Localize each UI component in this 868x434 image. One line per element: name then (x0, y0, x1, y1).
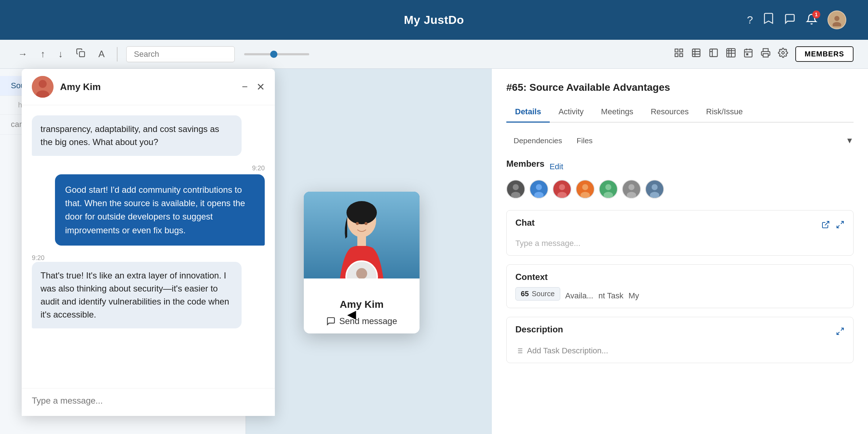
svg-rect-6 (675, 54, 678, 56)
chat-input-area (22, 388, 275, 416)
zoom-slider[interactable] (244, 53, 309, 55)
member-avatar-4[interactable] (576, 180, 595, 199)
svg-point-50 (356, 222, 359, 225)
profile-card-image (304, 192, 420, 278)
main-area: Source Availa... h campaign Amy Kim − ✕ (0, 69, 868, 434)
chat-contact-name: Amy Kim (60, 81, 101, 93)
tab-resources[interactable]: Resources (642, 102, 697, 123)
svg-point-32 (604, 192, 613, 198)
chat-header: Amy Kim − ✕ (22, 69, 275, 105)
external-link-icon[interactable] (821, 220, 830, 231)
svg-rect-8 (692, 49, 700, 57)
down-btn[interactable]: ↓ (55, 46, 67, 62)
tab-details[interactable]: Details (506, 102, 550, 123)
chat-ext-icons (821, 220, 844, 231)
member-avatar-2[interactable] (529, 180, 548, 199)
tab-activity[interactable]: Activity (550, 102, 592, 123)
svg-point-48 (346, 201, 377, 224)
panel-view-btn[interactable] (709, 48, 719, 60)
list-view-btn[interactable] (691, 48, 701, 60)
minimize-btn[interactable]: − (242, 81, 248, 93)
members-label: Members (506, 159, 544, 169)
forward-btn[interactable]: → (14, 46, 31, 62)
grid-view-btn[interactable] (674, 48, 684, 60)
copy-btn[interactable] (72, 46, 89, 62)
member-avatar-7[interactable] (645, 180, 664, 199)
context-my-ref: My (629, 291, 639, 301)
message-sent: Good start! I'd add community contributi… (55, 174, 265, 246)
expand-description-icon[interactable] (836, 327, 844, 338)
svg-point-16 (39, 80, 47, 88)
member-avatar-6[interactable] (622, 180, 641, 199)
member-avatar-3[interactable] (553, 180, 571, 199)
context-task-tag[interactable]: 65 Source (515, 287, 560, 301)
chat-panel: Amy Kim − ✕ transparency, adaptability, … (22, 69, 275, 416)
tab-meetings[interactable]: Meetings (592, 102, 642, 123)
calendar-view-btn[interactable] (743, 48, 753, 60)
expand-icon[interactable] (836, 220, 844, 231)
svg-point-31 (605, 184, 612, 190)
svg-rect-9 (710, 49, 717, 57)
svg-rect-5 (680, 49, 682, 52)
print-btn[interactable] (761, 48, 771, 60)
svg-point-35 (627, 192, 636, 198)
context-task-number: 65 (521, 290, 529, 298)
chat-section: Chat Type a m (506, 210, 854, 256)
member-avatar-1[interactable] (506, 180, 525, 199)
svg-rect-7 (680, 54, 682, 56)
add-description-btn[interactable]: Add Task Description... (515, 346, 844, 356)
member-avatar-5[interactable] (599, 180, 618, 199)
table-view-btn[interactable] (726, 48, 736, 60)
tab-dependencies[interactable]: Dependencies (506, 133, 569, 149)
help-icon[interactable]: ? (747, 14, 753, 26)
add-description-text: Add Task Description... (527, 346, 608, 356)
svg-point-37 (652, 184, 658, 190)
close-chat-btn[interactable]: ✕ (256, 81, 265, 93)
context-availability: Availa... (565, 291, 593, 301)
notification-bell[interactable]: 1 (806, 13, 817, 26)
tab-files[interactable]: Files (569, 133, 600, 149)
svg-point-26 (557, 192, 567, 198)
svg-point-38 (650, 192, 659, 198)
edit-members-link[interactable]: Edit (549, 162, 563, 171)
message-received: transparency, adaptability, and cost sav… (32, 115, 242, 156)
chat-icon[interactable] (784, 13, 796, 27)
up-btn[interactable]: ↑ (37, 46, 49, 62)
user-avatar[interactable] (827, 10, 846, 29)
top-navigation: My JustDo ? 1 (0, 0, 868, 40)
tabs-more-arrow[interactable]: ▼ (846, 136, 854, 145)
secondary-tabs: Dependencies Files ▼ (506, 133, 854, 149)
send-message-label: Send message (339, 316, 397, 326)
profile-name: Amy Kim (311, 299, 412, 310)
message-received-wrapper: 9:20 That's true! It's like an extra lay… (32, 254, 265, 328)
slider-container (244, 53, 309, 55)
text-btn[interactable]: A (95, 46, 108, 62)
svg-point-34 (629, 184, 635, 190)
chat-header-actions: − ✕ (242, 81, 265, 93)
members-button[interactable]: MEMBERS (795, 46, 854, 62)
toolbar-right: MEMBERS (674, 46, 854, 62)
svg-point-20 (511, 192, 520, 198)
context-section: Context 65 Source Availa... nt Task My (506, 264, 854, 308)
settings-btn[interactable] (778, 48, 788, 60)
send-message-btn[interactable]: Send message (311, 316, 412, 326)
app-title: My JustDo (404, 13, 464, 27)
chat-section-label: Chat (515, 218, 535, 228)
chat-message-input[interactable] (32, 396, 265, 406)
toolbar: → ↑ ↓ A (0, 40, 868, 69)
divider (117, 47, 118, 61)
notification-count: 1 (812, 10, 820, 18)
members-avatars (506, 180, 854, 199)
bookmark-icon[interactable] (763, 12, 774, 28)
chat-input-placeholder[interactable]: Type a message... (515, 239, 844, 248)
svg-rect-49 (357, 235, 366, 246)
svg-rect-13 (763, 54, 768, 57)
svg-point-19 (513, 184, 519, 190)
context-label: Context (515, 272, 548, 282)
task-title: #65: Source Available Advantages (506, 82, 854, 93)
chat-contact-avatar (32, 76, 54, 98)
search-input[interactable] (126, 46, 235, 62)
profile-card-body: Amy Kim Send message (304, 278, 420, 333)
description-label: Description (515, 324, 563, 335)
tab-risk-issue[interactable]: Risk/Issue (697, 102, 751, 123)
